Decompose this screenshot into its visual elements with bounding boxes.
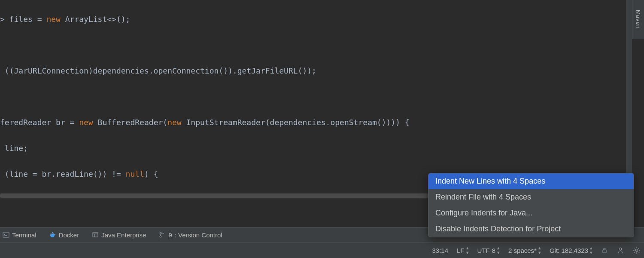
keyword-new: new: [79, 118, 93, 127]
svg-rect-6: [93, 233, 98, 237]
chevron-updown-icon: ▴▾: [590, 246, 592, 255]
chevron-updown-icon: ▴▾: [466, 246, 469, 255]
indent-popup-menu: Indent New Lines with 4 Spaces Reindent …: [428, 173, 634, 237]
status-lock-icon[interactable]: [601, 247, 608, 254]
svg-rect-11: [603, 250, 606, 253]
code-editor[interactable]: > files = new ArrayList<>(); ((JarURLCon…: [0, 0, 627, 198]
terminal-icon: [3, 231, 9, 238]
vcs-label: : Version Control: [175, 231, 222, 239]
popup-item-indent-new-lines[interactable]: Indent New Lines with 4 Spaces: [428, 173, 634, 189]
indent-text: 2 spaces*: [508, 247, 537, 254]
javaee-label: Java Enterprise: [101, 231, 146, 239]
code-text: ArrayList<>();: [61, 15, 131, 24]
status-settings-icon[interactable]: [633, 246, 641, 254]
svg-point-12: [619, 248, 622, 250]
svg-rect-0: [3, 232, 9, 237]
line-sep-text: LF: [457, 247, 465, 254]
vcs-mnemonic: 9: [168, 231, 172, 239]
terminal-label: Terminal: [12, 231, 36, 239]
status-line-separator[interactable]: LF ▴▾: [457, 246, 469, 255]
tool-tab-terminal[interactable]: Terminal: [3, 231, 36, 239]
vcs-icon: [159, 231, 166, 238]
hector-icon: [617, 246, 624, 254]
code-text: (line = br.readLine()) !=: [0, 169, 126, 178]
scrollbar-thumb[interactable]: [0, 194, 472, 198]
svg-line-20: [638, 248, 639, 249]
caret-pos-text: 33:14: [432, 247, 448, 254]
status-caret-position[interactable]: 33:14: [432, 247, 448, 254]
svg-rect-2: [51, 233, 52, 234]
svg-line-19: [638, 252, 639, 253]
chevron-updown-icon: ▴▾: [538, 246, 541, 255]
encoding-text: UTF-8: [477, 247, 496, 254]
docker-icon: [49, 231, 56, 238]
svg-rect-5: [53, 233, 54, 234]
tool-tab-maven[interactable]: Maven: [632, 0, 644, 39]
keyword-new: new: [167, 118, 182, 127]
status-encoding[interactable]: UTF-8 ▴▾: [477, 246, 500, 255]
docker-label: Docker: [59, 231, 79, 239]
code-text: > files =: [0, 15, 46, 24]
status-inspection-icon[interactable]: [617, 246, 624, 254]
code-text: line;: [0, 144, 28, 153]
svg-point-13: [635, 249, 638, 252]
svg-rect-3: [52, 233, 53, 234]
tool-tab-docker[interactable]: Docker: [49, 231, 79, 239]
status-bar: 33:14 LF ▴▾ UTF-8 ▴▾ 2 spaces* ▴▾ Git: 1…: [0, 243, 644, 258]
status-indent[interactable]: 2 spaces* ▴▾: [508, 246, 541, 255]
keyword-new: new: [46, 15, 61, 24]
svg-line-21: [634, 252, 635, 253]
code-text: ) {: [144, 169, 158, 178]
javaee-icon: [92, 231, 99, 238]
chevron-updown-icon: ▴▾: [497, 246, 500, 255]
code-text: BufferedReader(: [93, 118, 167, 127]
keyword-null: null: [126, 169, 144, 178]
tool-tab-java-enterprise[interactable]: Java Enterprise: [92, 231, 146, 239]
svg-line-18: [634, 248, 635, 249]
code-text: InputStreamReader(dependencies.openStrea…: [182, 118, 410, 127]
maven-label: Maven: [635, 10, 641, 29]
gear-icon: [633, 246, 641, 254]
code-text: ((JarURLConnection)dependencies.openConn…: [0, 66, 316, 75]
status-git-branch[interactable]: Git: 182.4323 ▴▾: [550, 246, 592, 255]
svg-rect-4: [52, 232, 53, 233]
tool-tab-version-control[interactable]: 9: Version Control: [159, 231, 222, 239]
code-text: feredReader br =: [0, 118, 79, 127]
popup-item-configure-indents[interactable]: Configure Indents for Java...: [428, 205, 634, 221]
unlock-icon: [601, 247, 608, 254]
svg-point-9: [160, 232, 161, 234]
svg-point-10: [160, 236, 161, 237]
popup-item-disable-detection[interactable]: Disable Indents Detection for Project: [428, 221, 634, 237]
git-branch-text: Git: 182.4323: [550, 247, 588, 254]
popup-item-reindent-file[interactable]: Reindent File with 4 Spaces: [428, 189, 634, 205]
